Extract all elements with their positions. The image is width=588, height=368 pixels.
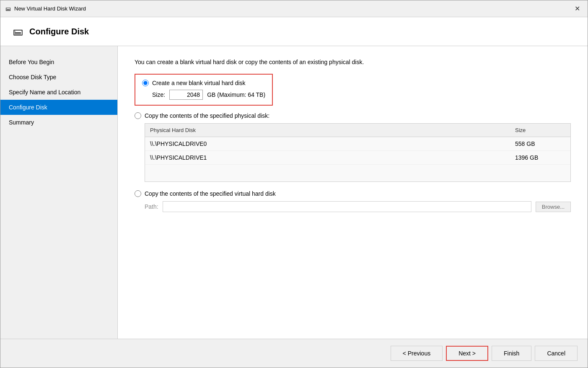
- sidebar-label-choose-disk-type: Choose Disk Type: [9, 74, 56, 80]
- content-area: Before You Begin Choose Disk Type Specif…: [0, 46, 588, 339]
- browse-button[interactable]: Browse...: [536, 202, 571, 212]
- close-button[interactable]: ✕: [572, 5, 583, 13]
- option1-highlighted-group: Create a new blank virtual hard disk Siz…: [135, 74, 273, 106]
- option1-label[interactable]: Create a new blank virtual hard disk: [152, 80, 246, 86]
- col-header-size: Size: [515, 127, 565, 133]
- next-button[interactable]: Next >: [446, 346, 488, 361]
- size-label: Size:: [152, 91, 165, 98]
- footer: < Previous Next > Finish Cancel: [0, 339, 588, 368]
- option3-group: Copy the contents of the specified virtu…: [135, 190, 571, 212]
- drive0-name: \\.\PHYSICALDRIVE0: [150, 140, 515, 147]
- wizard-window: 🖴 New Virtual Hard Disk Wizard ✕ 🖴 Confi…: [0, 0, 588, 368]
- option3-radio[interactable]: [135, 190, 141, 197]
- sidebar-label-before-you-begin: Before You Begin: [9, 59, 54, 65]
- title-bar-icon: 🖴: [5, 5, 11, 12]
- option3-row: Copy the contents of the specified virtu…: [135, 190, 571, 197]
- option1-row: Create a new blank virtual hard disk: [142, 80, 265, 86]
- drive1-name: \\.\PHYSICALDRIVE1: [150, 154, 515, 161]
- option2-row: Copy the contents of the specified physi…: [135, 112, 571, 119]
- path-label: Path:: [145, 203, 158, 210]
- option1-radio[interactable]: [142, 80, 149, 86]
- header-icon-wrapper: 🖴: [13, 26, 23, 37]
- col-header-name: Physical Hard Disk: [150, 127, 515, 133]
- title-bar: 🖴 New Virtual Hard Disk Wizard ✕: [0, 0, 588, 17]
- window-title: New Virtual Hard Disk Wizard: [14, 5, 86, 12]
- disk-table-header: Physical Hard Disk Size: [145, 124, 570, 137]
- main-content: You can create a blank virtual hard disk…: [118, 46, 588, 339]
- header-section: 🖴 Configure Disk: [0, 17, 588, 46]
- header-disk-icon: 🖴: [13, 26, 23, 37]
- table-row[interactable]: \\.\PHYSICALDRIVE1 1396 GB: [145, 151, 570, 165]
- sidebar-label-configure-disk: Configure Disk: [9, 104, 47, 111]
- path-row: Path: Browse...: [145, 201, 571, 212]
- description-text: You can create a blank virtual hard disk…: [135, 59, 571, 65]
- option2-label[interactable]: Copy the contents of the specified physi…: [145, 112, 269, 119]
- sidebar: Before You Begin Choose Disk Type Specif…: [0, 46, 118, 339]
- sidebar-item-configure-disk[interactable]: Configure Disk: [0, 100, 117, 115]
- sidebar-item-choose-disk-type[interactable]: Choose Disk Type: [0, 70, 117, 85]
- size-input[interactable]: [169, 90, 203, 100]
- drive1-size: 1396 GB: [515, 154, 565, 161]
- path-input[interactable]: [163, 201, 531, 212]
- physical-disk-table: Physical Hard Disk Size \\.\PHYSICALDRIV…: [145, 123, 571, 182]
- previous-button[interactable]: < Previous: [391, 346, 443, 361]
- cancel-button[interactable]: Cancel: [535, 346, 578, 361]
- page-title: Configure Disk: [29, 27, 89, 36]
- sidebar-label-specify-name-location: Specify Name and Location: [9, 89, 80, 96]
- table-row-empty: [145, 165, 570, 181]
- sidebar-item-before-you-begin[interactable]: Before You Begin: [0, 54, 117, 70]
- option2-group: Copy the contents of the specified physi…: [135, 112, 571, 182]
- sidebar-label-summary: Summary: [9, 119, 34, 126]
- title-bar-left: 🖴 New Virtual Hard Disk Wizard: [5, 5, 86, 12]
- finish-button[interactable]: Finish: [492, 346, 531, 361]
- option2-radio[interactable]: [135, 112, 141, 119]
- drive0-size: 558 GB: [515, 140, 565, 147]
- sidebar-item-specify-name-location[interactable]: Specify Name and Location: [0, 85, 117, 100]
- size-unit: GB (Maximum: 64 TB): [207, 91, 265, 98]
- size-row: Size: GB (Maximum: 64 TB): [152, 90, 265, 100]
- option3-label[interactable]: Copy the contents of the specified virtu…: [145, 190, 276, 197]
- table-row[interactable]: \\.\PHYSICALDRIVE0 558 GB: [145, 137, 570, 151]
- sidebar-item-summary[interactable]: Summary: [0, 115, 117, 130]
